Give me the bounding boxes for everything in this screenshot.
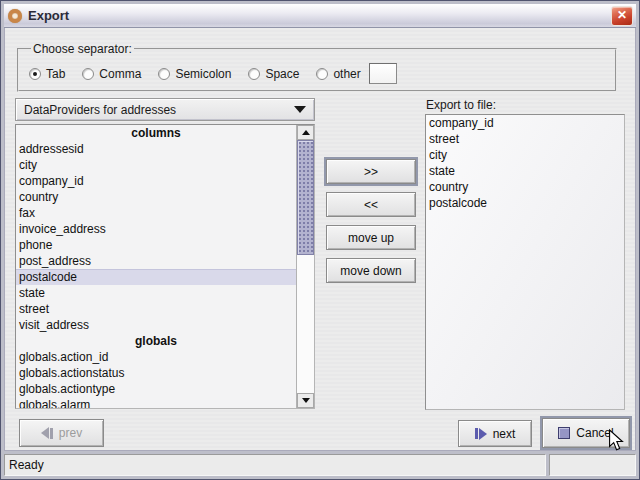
- prev-icon: [41, 427, 53, 439]
- other-separator-input[interactable]: [369, 63, 397, 84]
- transfer-buttons: >> << move up move down: [326, 159, 416, 283]
- list-item[interactable]: fax: [16, 205, 296, 221]
- columns-list-items: columns addressesid city company_id coun…: [16, 125, 296, 408]
- cancel-button[interactable]: Cancel: [542, 418, 630, 448]
- export-to-file-label: Export to file:: [426, 98, 496, 112]
- list-item[interactable]: city: [426, 147, 624, 163]
- titlebar[interactable]: Export ✕: [4, 4, 636, 28]
- export-list: company_id street city state country pos…: [425, 114, 625, 410]
- dropdown-value: DataProviders for addresses: [24, 103, 294, 117]
- radio-icon: [158, 68, 170, 80]
- radio-icon: [29, 68, 41, 80]
- separator-radio[interactable]: Semicolon: [158, 67, 231, 81]
- dataprovider-dropdown[interactable]: DataProviders for addresses: [15, 98, 315, 121]
- transfer-button[interactable]: move down: [326, 258, 416, 283]
- prev-label: prev: [59, 426, 82, 440]
- list-item[interactable]: company_id: [426, 115, 624, 131]
- list-item[interactable]: invoice_address: [16, 221, 296, 237]
- radio-icon: [82, 68, 94, 80]
- chevron-down-icon: [294, 106, 306, 113]
- next-icon: [475, 428, 487, 440]
- radio-label: other: [333, 67, 360, 81]
- list-item[interactable]: state: [16, 285, 296, 301]
- status-bar: Ready: [4, 454, 636, 476]
- list-item[interactable]: country: [426, 179, 624, 195]
- list-item[interactable]: addressesid: [16, 141, 296, 157]
- separator-radio[interactable]: other: [316, 67, 360, 81]
- radio-icon: [316, 68, 328, 80]
- list-item[interactable]: postalcode: [16, 269, 296, 285]
- triangle-up-icon: [302, 130, 310, 135]
- next-button[interactable]: next: [458, 420, 532, 447]
- radio-icon: [248, 68, 260, 80]
- list-item[interactable]: post_address: [16, 253, 296, 269]
- list-item[interactable]: globals.action_id: [16, 349, 296, 365]
- status-message: Ready: [4, 454, 546, 476]
- separator-radio[interactable]: Tab: [29, 67, 65, 81]
- list-item[interactable]: columns: [16, 125, 296, 141]
- list-item[interactable]: city: [16, 157, 296, 173]
- next-label: next: [493, 427, 516, 441]
- separator-options: Tab Comma Semicolon: [29, 67, 361, 81]
- app-ring-icon: [8, 9, 22, 23]
- radio-label: Semicolon: [175, 67, 231, 81]
- export-list-items: company_id street city state country pos…: [426, 115, 624, 409]
- list-item[interactable]: globals: [16, 333, 296, 349]
- cancel-icon: [558, 427, 570, 439]
- prev-button[interactable]: prev: [19, 419, 104, 447]
- transfer-button[interactable]: <<: [326, 192, 416, 217]
- list-item[interactable]: company_id: [16, 173, 296, 189]
- list-item[interactable]: visit_address: [16, 317, 296, 333]
- scroll-down-button[interactable]: [297, 393, 314, 408]
- cancel-label: Cancel: [576, 426, 613, 440]
- separator-radio[interactable]: Space: [248, 67, 299, 81]
- scroll-up-button[interactable]: [297, 125, 314, 140]
- list-item[interactable]: postalcode: [426, 195, 624, 211]
- status-grip-panel: [549, 454, 636, 476]
- list-item[interactable]: country: [16, 189, 296, 205]
- list-item[interactable]: globals.actionstatus: [16, 365, 296, 381]
- list-item[interactable]: street: [16, 301, 296, 317]
- scrollbar-thumb[interactable]: [297, 140, 314, 255]
- list-item[interactable]: street: [426, 131, 624, 147]
- window-title: Export: [28, 8, 611, 23]
- radio-label: Comma: [99, 67, 141, 81]
- separator-radio[interactable]: Comma: [82, 67, 141, 81]
- triangle-down-icon: [302, 398, 310, 403]
- scrollbar-track[interactable]: [297, 140, 314, 393]
- transfer-button[interactable]: >>: [326, 159, 416, 184]
- columns-list-scrollbar[interactable]: [296, 125, 314, 408]
- separator-groupbox: Choose separator: Tab Comma: [17, 42, 617, 92]
- dialog-content: Choose separator: Tab Comma: [4, 28, 636, 451]
- list-item[interactable]: globals.actiontype: [16, 381, 296, 397]
- list-item[interactable]: state: [426, 163, 624, 179]
- list-item[interactable]: phone: [16, 237, 296, 253]
- list-item[interactable]: globals.alarm: [16, 397, 296, 408]
- transfer-button[interactable]: move up: [326, 225, 416, 250]
- radio-label: Tab: [46, 67, 65, 81]
- separator-group-label: Choose separator:: [31, 42, 134, 56]
- export-dialog: Export ✕ Choose separator: Tab Co: [0, 0, 640, 480]
- separator-options-row: Tab Comma Semicolon: [29, 63, 605, 84]
- columns-list: columns addressesid city company_id coun…: [15, 124, 315, 409]
- close-button[interactable]: ✕: [611, 6, 633, 26]
- radio-label: Space: [265, 67, 299, 81]
